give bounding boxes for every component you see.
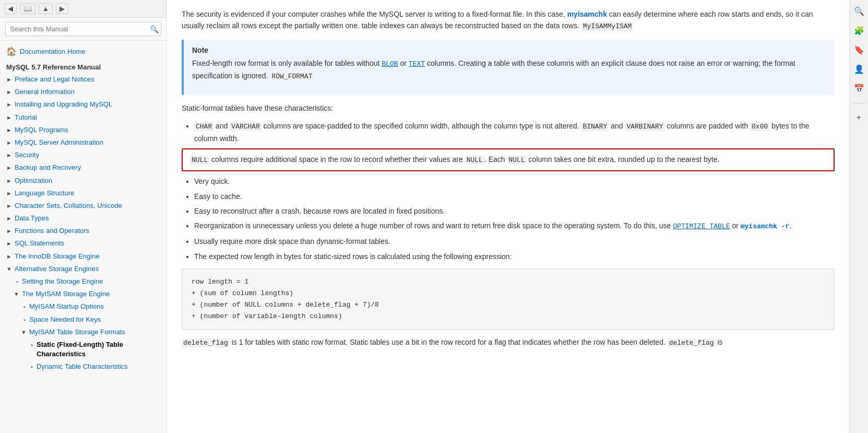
nav-link[interactable]: Security [15, 150, 39, 160]
home-icon: 🏠 [6, 46, 17, 56]
right-bar: 🔍 🧩 🔖 👤 📅 + [849, 0, 868, 433]
nav-link[interactable]: Space Needed for Keys [29, 315, 101, 324]
sidebar-item-general[interactable]: ► General Information [0, 86, 167, 98]
nav-home-link[interactable]: Documentation Home [20, 48, 86, 55]
sidebar-item-space-keys[interactable]: ● Space Needed for Keys [0, 313, 167, 326]
sidebar-up-button[interactable]: ▲ [39, 3, 53, 14]
toggle-icon: ► [6, 202, 14, 210]
right-bar-btn-1[interactable]: 🔍 [852, 4, 866, 18]
sidebar-item-preface[interactable]: ► Preface and Legal Notices [0, 73, 167, 86]
sidebar-item-optimization[interactable]: ► Optimization [0, 174, 167, 187]
nav-link[interactable]: Dynamic Table Characteristics [37, 362, 128, 371]
search-box: 🔍 [0, 18, 167, 41]
nav-link[interactable]: MyISAM Startup Options [29, 302, 104, 311]
note-box: Note Fixed-length row format is only ava… [182, 40, 835, 95]
list-item-reorganization: Reorganization is unnecessary unless you… [194, 220, 835, 232]
sidebar-item-sql[interactable]: ► SQL Statements [0, 237, 167, 250]
code-line-2: + (sum of column lengths) [192, 288, 825, 299]
bullet-icon: ● [21, 317, 28, 323]
sidebar-back-button[interactable]: ◀ [4, 3, 17, 14]
nav-link[interactable]: Tutorial [15, 113, 37, 122]
optimize-table-link[interactable]: OPTIMIZE TABLE [673, 223, 730, 230]
myisamchk-link-1[interactable]: myisamchk [567, 10, 607, 18]
nav-link[interactable]: Preface and Legal Notices [15, 75, 94, 84]
right-bar-btn-4[interactable]: 👤 [852, 62, 866, 76]
list-item-char-varchar: CHAR and VARCHAR columns are space-padde… [194, 120, 835, 144]
hex-code: 0x00 [750, 122, 769, 131]
sidebar-item-language[interactable]: ► Language Structure [0, 187, 167, 200]
sidebar-item-dynamic-table[interactable]: ● Dynamic Table Characteristics [0, 360, 167, 373]
sidebar-item-security[interactable]: ► Security [0, 149, 167, 161]
nav-link[interactable]: The InnoDB Storage Engine [15, 252, 100, 261]
nav-link[interactable]: Alternative Storage Engines [15, 264, 99, 274]
list-item-very-quick: Very quick. [194, 175, 835, 187]
sidebar-item-static-table[interactable]: ● Static (Fixed-Length) Table Characteri… [0, 338, 167, 360]
sidebar-item-datatypes[interactable]: ► Data Types [0, 212, 167, 225]
toggle-icon: ► [6, 240, 14, 248]
myisamchk-r-link[interactable]: myisamchk -r [741, 223, 790, 230]
toggle-icon: ► [6, 114, 14, 122]
sidebar-item-myisam-formats[interactable]: ▼ MyISAM Table Storage Formats [0, 326, 167, 338]
bullet-icon: ● [14, 279, 21, 285]
sidebar-item-myisam-startup[interactable]: ● MyISAM Startup Options [0, 300, 167, 313]
null-highlight-box: NULL columns require additional space in… [182, 148, 835, 171]
nav-link[interactable]: MySQL Programs [15, 125, 68, 135]
sidebar-item-backup[interactable]: ► Backup and Recovery [0, 161, 167, 174]
nav-link[interactable]: SQL Statements [15, 239, 64, 248]
nav-label-active: Static (Fixed-Length) Table Characterist… [37, 340, 160, 359]
sidebar-item-innodb[interactable]: ► The InnoDB Storage Engine [0, 250, 167, 263]
nav-link[interactable]: Optimization [15, 176, 52, 185]
list-item-null: NULL columns require additional space in… [182, 148, 835, 171]
row-format-code: ROW_FORMAT [270, 72, 314, 81]
nav-link[interactable]: Setting the Storage Engine [22, 277, 103, 286]
nav-tree: 🏠 Documentation Home MySQL 5.7 Reference… [0, 41, 167, 433]
sidebar-item-installing[interactable]: ► Installing and Upgrading MySQL [0, 98, 167, 111]
toggle-icon: ► [6, 253, 14, 261]
sidebar-item-functions[interactable]: ► Functions and Operators [0, 225, 167, 237]
nav-link[interactable]: Functions and Operators [15, 226, 89, 236]
char-code: CHAR [194, 122, 213, 131]
toggle-icon: ► [6, 139, 14, 147]
code-line-1: row length = 1 [192, 276, 825, 288]
right-bar-btn-6[interactable]: + [854, 111, 863, 124]
sidebar-item-tutorial[interactable]: ► Tutorial [0, 111, 167, 124]
right-bar-separator [853, 103, 865, 103]
sidebar-item-alt-storage[interactable]: ▼ Alternative Storage Engines [0, 263, 167, 275]
sidebar-item-charsets[interactable]: ► Character Sets, Collations, Unicode [0, 200, 167, 212]
characteristics-list: CHAR and VARCHAR columns are space-padde… [194, 120, 835, 262]
sidebar-forward-button[interactable]: ▶ [56, 3, 68, 14]
toggle-icon: ► [6, 215, 14, 223]
sidebar-item-setting-engine[interactable]: ● Setting the Storage Engine [0, 275, 167, 288]
nav-link[interactable]: Backup and Recovery [15, 163, 81, 172]
toggle-icon: ▼ [14, 290, 21, 298]
null-code-2: NULL [465, 156, 484, 165]
nav-link[interactable]: Character Sets, Collations, Unicode [15, 201, 122, 210]
bullet-icon: ● [21, 304, 28, 310]
nav-link[interactable]: MySQL Server Administration [15, 138, 103, 147]
intro-text-1: The security is evidenced if your comput… [182, 10, 567, 18]
right-bar-btn-3[interactable]: 🔖 [852, 43, 866, 57]
search-button[interactable]: 🔍 [150, 25, 159, 33]
nav-link[interactable]: Language Structure [15, 189, 74, 198]
nav-link[interactable]: MyISAM Table Storage Formats [29, 327, 125, 337]
search-input[interactable] [5, 22, 161, 36]
right-bar-btn-2[interactable]: 🧩 [852, 24, 866, 38]
intro-paragraph: The security is evidenced if your comput… [182, 8, 835, 32]
sidebar-item-programs[interactable]: ► MySQL Programs [0, 124, 167, 136]
code-line-4: + (number of variable-length columns) [192, 311, 825, 322]
sidebar: ◀ 📖 ▲ ▶ 🔍 🏠 Documentation Home MySQL 5.7… [0, 0, 167, 433]
right-bar-btn-5[interactable]: 📅 [852, 81, 866, 96]
nav-link[interactable]: General Information [15, 87, 75, 97]
list-item-row-length: The expected row length in bytes for sta… [194, 251, 835, 262]
sidebar-book-button[interactable]: 📖 [20, 3, 35, 14]
bullet-icon: ● [28, 342, 35, 348]
nav-link[interactable]: Data Types [15, 214, 49, 223]
sidebar-item-server-admin[interactable]: ► MySQL Server Administration [0, 136, 167, 149]
sidebar-item-myisam-engine[interactable]: ▼ The MyISAM Storage Engine [0, 288, 167, 300]
nav-link[interactable]: The MyISAM Storage Engine [22, 289, 110, 299]
list-item-disk-space: Usually require more disk space than dyn… [194, 236, 835, 247]
toggle-icon: ► [6, 227, 14, 235]
nav-link[interactable]: Installing and Upgrading MySQL [15, 100, 112, 109]
blob-link[interactable]: BLOB [382, 60, 398, 68]
text-link[interactable]: TEXT [409, 60, 425, 68]
